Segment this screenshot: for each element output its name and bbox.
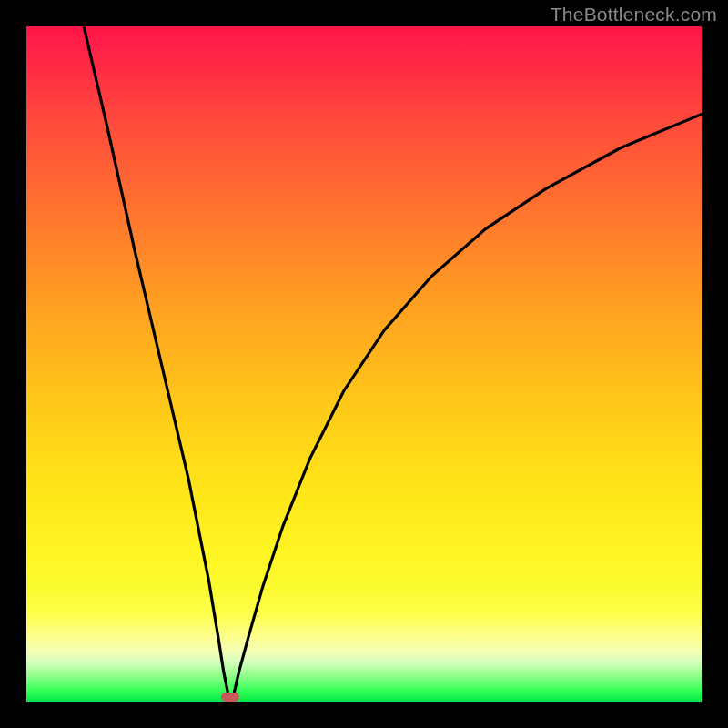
optimum-marker [221,693,238,702]
watermark-text: TheBottleneck.com [551,4,717,25]
plot-area [26,26,702,702]
chart-frame: TheBottleneck.com [0,0,728,728]
